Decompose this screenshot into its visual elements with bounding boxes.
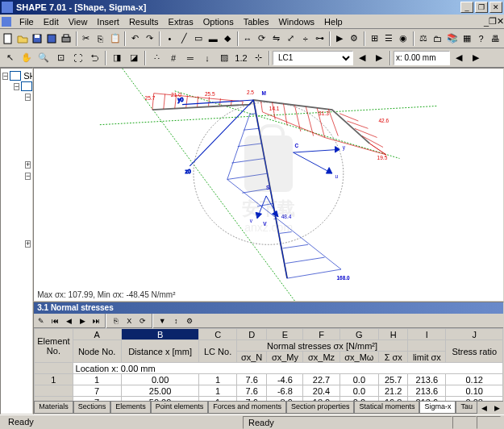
tab-tau[interactable]: Tau <box>456 402 477 414</box>
tab-elements[interactable]: Elements <box>110 402 151 414</box>
close-button[interactable]: ✕ <box>489 2 502 13</box>
table-copy-button[interactable]: ⎘ <box>109 314 122 327</box>
table-row[interactable]: 110.0017.6-4.622.70.025.7213.60.12 <box>35 374 503 385</box>
col-g[interactable]: G <box>339 329 379 340</box>
loadcase-combo[interactable]: LC1 <box>273 51 353 65</box>
library-button[interactable]: 📚 <box>445 31 459 47</box>
next-lc-button[interactable]: ▶ <box>371 50 387 66</box>
zoom-button[interactable]: 🔍 <box>35 50 52 66</box>
minimize-button[interactable]: _ <box>460 2 473 13</box>
menu-insert[interactable]: Insert <box>92 15 124 28</box>
move-button[interactable]: ↔ <box>241 31 255 47</box>
help-button[interactable]: ? <box>474 31 488 47</box>
calc-params-button[interactable]: ⚙ <box>348 31 361 47</box>
iso-view-button[interactable]: ◨ <box>109 50 125 66</box>
col-b[interactable]: B <box>121 329 199 340</box>
menu-help[interactable]: Help <box>319 15 348 28</box>
menu-file[interactable]: File <box>15 15 39 28</box>
col-d[interactable]: D <box>236 329 267 340</box>
previous-view-button[interactable]: ⮌ <box>86 50 102 66</box>
col-c[interactable]: C <box>199 329 236 340</box>
element-button[interactable]: ▬ <box>206 31 220 47</box>
prev-lc-button[interactable]: ◀ <box>354 50 370 66</box>
explorer-button[interactable]: 🗀 <box>431 31 444 47</box>
table-prev-button[interactable]: ◀ <box>62 314 75 327</box>
tree-shape[interactable]: −Shape [Demo]* <box>14 81 31 91</box>
next-x-button[interactable]: ▶ <box>468 50 484 66</box>
tree-root[interactable]: −SHAPE-THIN <box>2 71 31 81</box>
calculate-button[interactable]: ▶ <box>333 31 347 47</box>
results-table[interactable]: Element No. A B C D E F G H I J Node No. <box>34 328 503 401</box>
table-button[interactable]: ⊞ <box>368 31 381 47</box>
divide-button[interactable]: ÷ <box>298 31 312 47</box>
menu-options[interactable]: Options <box>198 15 239 28</box>
tab-sections[interactable]: Sections <box>73 402 111 414</box>
tree-printout[interactable]: +Printout reports <box>25 239 31 248</box>
table-edit-button[interactable]: ✎ <box>35 314 48 327</box>
col-f[interactable]: F <box>303 329 339 340</box>
display-button[interactable]: ◉ <box>397 31 410 47</box>
show-numbers-button[interactable]: # <box>165 50 181 66</box>
show-loads-button[interactable]: ↓ <box>199 50 215 66</box>
open-button[interactable] <box>16 31 30 47</box>
col-i[interactable]: I <box>408 329 446 340</box>
scale-button[interactable]: ⤢ <box>284 31 298 47</box>
menu-windows[interactable]: Windows <box>273 15 319 28</box>
tab-materials[interactable]: Materials <box>34 402 73 414</box>
tree-crosssection[interactable]: −Cross-section data <box>25 92 31 102</box>
menu-results[interactable]: Results <box>124 15 164 28</box>
save-button[interactable] <box>31 31 44 47</box>
mdi-close-button[interactable]: ✕ <box>497 16 504 27</box>
zoom-all-button[interactable]: ⛶ <box>69 50 85 66</box>
material-button[interactable]: ▦ <box>460 31 473 47</box>
zoom-window-button[interactable]: ⊡ <box>52 50 69 66</box>
section-button[interactable]: ▭ <box>192 31 206 47</box>
maximize-button[interactable]: ❐ <box>475 2 488 13</box>
tab-point-elements[interactable]: Point elements <box>151 402 209 414</box>
menu-edit[interactable]: Edit <box>39 15 64 28</box>
save-as-button[interactable] <box>45 31 59 47</box>
connect-button[interactable]: ⊶ <box>313 31 327 47</box>
mdi-restore-button[interactable]: ❐ <box>489 16 497 27</box>
col-e[interactable]: E <box>267 329 303 340</box>
show-nodes-button[interactable]: ∴ <box>148 50 165 66</box>
table-refresh-button[interactable]: ⟳ <box>136 314 149 327</box>
line-button[interactable]: ╱ <box>177 31 191 47</box>
redo-button[interactable]: ↷ <box>143 31 156 47</box>
show-results-button[interactable]: ▨ <box>216 50 232 66</box>
node-button[interactable]: • <box>163 31 177 47</box>
col-element[interactable]: Element No. <box>35 329 73 363</box>
prev-x-button[interactable]: ◀ <box>451 50 467 66</box>
table-row[interactable]: 725.0017.6-6.820.40.021.2213.60.10 <box>35 385 503 397</box>
table-filter-button[interactable]: ▼ <box>156 314 169 327</box>
tab-section-props[interactable]: Section properties <box>286 402 355 414</box>
cut-button[interactable]: ✂ <box>80 31 94 47</box>
tree-forces[interactable]: +Forces and moments <box>25 160 31 169</box>
table-excel-button[interactable]: X <box>123 314 135 327</box>
print-button[interactable] <box>60 31 73 47</box>
table-sort-button[interactable]: ↕ <box>169 314 182 327</box>
table-last-button[interactable]: ⏭ <box>90 314 102 327</box>
show-axes-button[interactable]: ⊹ <box>250 50 266 66</box>
show-sections-button[interactable]: ═ <box>182 50 198 66</box>
mirror-button[interactable]: ⇋ <box>269 31 283 47</box>
menu-view[interactable]: View <box>64 15 93 28</box>
undo-button[interactable]: ↶ <box>128 31 142 47</box>
show-values-button[interactable]: 1.2 <box>233 50 249 66</box>
pan-button[interactable]: ✋ <box>19 50 35 66</box>
units-button[interactable]: ⚖ <box>417 31 431 47</box>
table-settings-button[interactable]: ⚙ <box>183 314 196 327</box>
tab-forces[interactable]: Forces and moments <box>208 402 286 414</box>
col-h[interactable]: H <box>379 329 408 340</box>
tree-results[interactable]: −Results <box>25 171 31 181</box>
cursor-button[interactable]: ↖ <box>2 50 18 66</box>
3d-view-button[interactable]: ◪ <box>126 50 142 66</box>
menu-tables[interactable]: Tables <box>239 15 274 28</box>
table-next-button[interactable]: ▶ <box>76 314 89 327</box>
new-button[interactable] <box>2 31 15 47</box>
paste-button[interactable]: 📋 <box>108 31 122 47</box>
table-first-button[interactable]: ⏮ <box>48 314 61 327</box>
tab-scroll-left[interactable]: ◀ <box>477 402 490 414</box>
col-a[interactable]: A <box>73 329 121 340</box>
point-element-button[interactable]: ◆ <box>221 31 235 47</box>
